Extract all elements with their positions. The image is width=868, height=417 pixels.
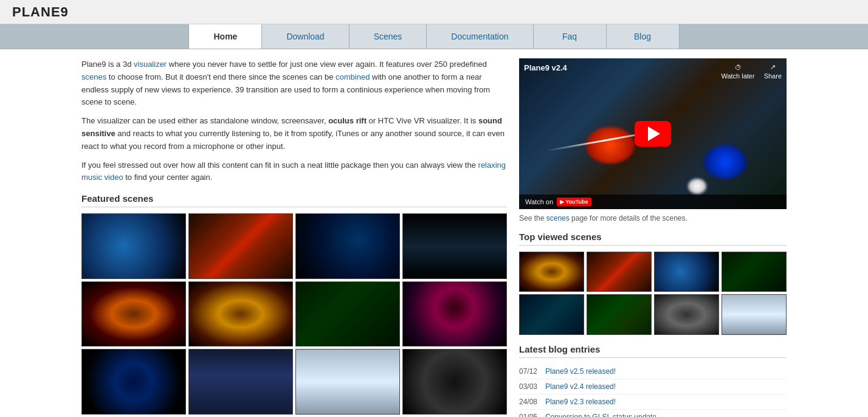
blog-entry-4: 01/05 Conversion to GLSL status update bbox=[519, 410, 787, 417]
watch-on-label: Watch on bbox=[525, 198, 553, 205]
blog-title: Latest blog entries bbox=[519, 344, 787, 358]
main-content: Plane9 is a 3d visualizer where you neve… bbox=[69, 49, 799, 417]
scene-thumb-9[interactable] bbox=[81, 349, 186, 415]
blog-entry-2: 03/03 Plane9 v2.4 released! bbox=[519, 379, 787, 395]
left-column: Plane9 is a 3d visualizer where you neve… bbox=[81, 58, 507, 417]
clock-icon: ⏱ bbox=[735, 64, 742, 71]
logo: PLANE9 bbox=[12, 4, 69, 20]
video-background: Plane9 v2.4 ⏱ Watch later ↗ Share Watch … bbox=[519, 58, 787, 209]
youtube-logo: ▶ YouTube bbox=[557, 198, 591, 206]
nav: Home Download Scenes Documentation Faq B… bbox=[0, 24, 868, 49]
video-title: Plane9 v2.4 bbox=[524, 63, 567, 72]
blog-link-2[interactable]: Plane9 v2.4 released! bbox=[545, 382, 616, 391]
featured-scenes-title: Featured scenes bbox=[81, 193, 507, 207]
scene-thumb-1[interactable] bbox=[81, 213, 186, 279]
blog-date-4: 01/05 bbox=[519, 413, 540, 417]
scene-thumb-5[interactable] bbox=[81, 281, 186, 347]
blog-date-2: 03/03 bbox=[519, 382, 540, 391]
vfx-white bbox=[688, 179, 706, 194]
video-controls: ⏱ Watch later ↗ Share bbox=[721, 63, 782, 80]
scene-thumb-4[interactable] bbox=[402, 213, 507, 279]
scene-thumb-2[interactable] bbox=[188, 213, 293, 279]
share-label: Share bbox=[764, 72, 782, 80]
nav-item-blog[interactable]: Blog bbox=[607, 24, 680, 49]
watch-later-label: Watch later bbox=[721, 72, 754, 80]
watch-later-button[interactable]: ⏱ Watch later bbox=[721, 64, 754, 80]
nav-item-documentation[interactable]: Documentation bbox=[427, 24, 533, 49]
featured-scenes-section: Featured scenes Led Display Curvedby Jas… bbox=[81, 193, 507, 415]
logo-text: PLANE9 bbox=[12, 4, 69, 19]
featured-scenes-grid: Led Display Curvedby Jason DahlLed Displ… bbox=[81, 213, 507, 415]
nav-item-home[interactable]: Home bbox=[188, 24, 262, 49]
top-scene-2[interactable] bbox=[587, 252, 652, 292]
nav-item-download[interactable]: Download bbox=[262, 24, 349, 49]
blog-entry-1: 07/12 Plane9 v2.5 released! bbox=[519, 364, 787, 379]
top-scene-5[interactable] bbox=[519, 294, 584, 335]
scene-thumb-12[interactable] bbox=[402, 349, 507, 415]
scene-thumb-6[interactable] bbox=[188, 281, 293, 347]
intro-combined-link[interactable]: combined bbox=[336, 72, 370, 81]
blog-date-3: 24/08 bbox=[519, 398, 540, 406]
scene-thumb-10[interactable] bbox=[188, 349, 293, 415]
top-viewed-title: Top viewed scenes bbox=[519, 232, 787, 246]
blog-section: Latest blog entries 07/12 Plane9 v2.5 re… bbox=[519, 344, 787, 417]
nav-item-scenes[interactable]: Scenes bbox=[350, 24, 427, 49]
scene-thumb-7[interactable]: Led Display Curvedby Jason DahlLed Displ… bbox=[295, 281, 400, 347]
right-column: Plane9 v2.4 ⏱ Watch later ↗ Share Watch … bbox=[519, 58, 787, 417]
nav-item-faq[interactable]: Faq bbox=[534, 24, 607, 49]
top-scenes-grid bbox=[519, 252, 787, 336]
intro-oculus-text: oculus rift bbox=[328, 116, 367, 125]
top-scene-6[interactable] bbox=[587, 294, 652, 335]
share-button[interactable]: ↗ Share bbox=[764, 63, 782, 80]
scene-thumb-3[interactable] bbox=[295, 213, 400, 279]
scene-thumb-11[interactable] bbox=[295, 349, 400, 415]
share-icon: ↗ bbox=[770, 63, 776, 71]
scene-thumb-8[interactable] bbox=[402, 281, 507, 347]
video-container[interactable]: Plane9 v2.4 ⏱ Watch later ↗ Share Watch … bbox=[519, 58, 787, 209]
top-scene-4[interactable] bbox=[722, 252, 787, 292]
play-button[interactable] bbox=[635, 121, 671, 146]
blog-link-4[interactable]: Conversion to GLSL status update bbox=[545, 413, 656, 417]
blog-link-3[interactable]: Plane9 v2.3 released! bbox=[545, 398, 616, 406]
top-scene-1[interactable] bbox=[519, 252, 584, 292]
top-scene-3[interactable] bbox=[654, 252, 719, 292]
intro-section: Plane9 is a 3d visualizer where you neve… bbox=[81, 58, 507, 184]
blog-date-1: 07/12 bbox=[519, 367, 540, 376]
top-viewed-section: Top viewed scenes bbox=[519, 232, 787, 336]
scenes-caption: See the scenes page for more details of … bbox=[519, 214, 787, 222]
top-scene-7[interactable] bbox=[654, 294, 719, 335]
intro-scenes-link[interactable]: scenes bbox=[81, 72, 106, 81]
vfx-red bbox=[586, 127, 635, 164]
blog-entry-3: 24/08 Plane9 v2.3 released! bbox=[519, 395, 787, 410]
intro-sound-sensitive-text: sound sensitive bbox=[81, 116, 502, 138]
header: PLANE9 bbox=[0, 0, 868, 24]
youtube-bar: Watch on ▶ YouTube bbox=[519, 195, 787, 209]
vfx-blue bbox=[704, 145, 746, 179]
scenes-page-link[interactable]: scenes bbox=[546, 214, 570, 222]
intro-visualizer-link[interactable]: visualizer bbox=[134, 60, 167, 69]
intro-music-video-link[interactable]: relaxing music video bbox=[81, 160, 506, 182]
top-scene-8[interactable] bbox=[722, 294, 787, 335]
blog-link-1[interactable]: Plane9 v2.5 released! bbox=[545, 367, 616, 376]
